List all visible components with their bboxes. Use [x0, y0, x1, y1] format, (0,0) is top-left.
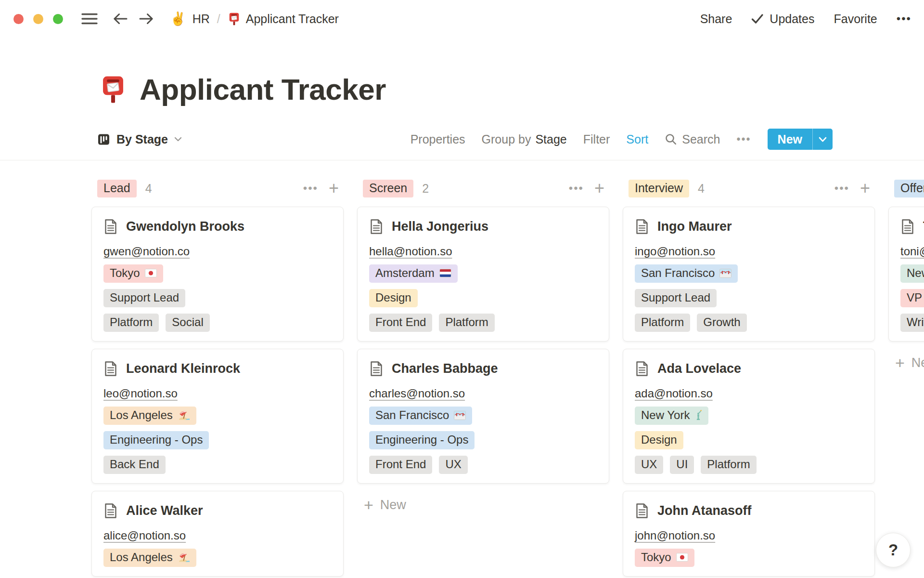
properties-button[interactable]: Properties: [411, 132, 465, 146]
tag-row: PlatformGrowth: [635, 314, 863, 332]
breadcrumb-workspace[interactable]: HR: [192, 12, 210, 26]
beach-umbrella-icon: [178, 552, 190, 563]
new-button[interactable]: New: [768, 129, 833, 150]
tag-platform: Platform: [103, 314, 159, 332]
tag-row: Tokyo: [635, 549, 863, 567]
fog-bridge-icon: [454, 411, 466, 420]
tag-row: Front EndPlatform: [369, 314, 597, 332]
card[interactable]: Ada Lovelaceada@notion.soNew YorkDesignU…: [623, 349, 875, 484]
add-card-button[interactable]: +New: [888, 355, 924, 371]
board-view-icon: [97, 133, 110, 146]
card-title-row: John Atanasoff: [635, 503, 863, 519]
group-by-value: Stage: [535, 132, 566, 146]
column-header: Lead4•••+: [91, 180, 344, 197]
topbar: ✌️ HR / Applicant Tracker Share Updates …: [0, 0, 924, 38]
japan-flag-icon: [676, 553, 688, 562]
window-minimize-button[interactable]: [33, 14, 43, 24]
tag-platform: Platform: [439, 314, 494, 332]
window-close-button[interactable]: [13, 14, 24, 24]
column-add-button[interactable]: +: [329, 180, 339, 197]
card[interactable]: Hella Jongeriushella@notion.soAmsterdamD…: [357, 207, 609, 342]
view-switcher[interactable]: By Stage: [97, 132, 182, 146]
plus-icon: +: [895, 355, 905, 371]
column-count: 4: [698, 182, 705, 196]
sidebar-menu-icon[interactable]: [81, 13, 98, 25]
card[interactable]: Leonard Kleinrockleo@notion.soLos Angele…: [91, 349, 344, 484]
tag-ux: UX: [439, 456, 467, 474]
mailbox-icon: [228, 12, 241, 26]
tag-vp: VP: [900, 289, 924, 307]
help-button[interactable]: ?: [876, 533, 911, 567]
tag-los-angeles: Los Angeles: [103, 549, 196, 567]
card-title-row: Leonard Kleinrock: [103, 361, 332, 377]
japan-flag-icon: [145, 269, 157, 277]
tag-row: Tokyo: [103, 264, 332, 283]
tag-new-york: New York: [635, 407, 708, 425]
page-icon: [900, 219, 915, 235]
column-add-button[interactable]: +: [594, 180, 604, 197]
tag-row: Writ: [900, 314, 924, 332]
page-icon: [635, 361, 649, 377]
column-more-button[interactable]: •••: [569, 182, 584, 195]
topbar-more-button[interactable]: •••: [897, 12, 911, 26]
new-dropdown-button[interactable]: [812, 129, 833, 150]
column-cards: Gwendolyn Brooksgwen@notion.coTokyoSuppo…: [91, 207, 344, 577]
tag-row: Back End: [103, 456, 332, 474]
check-icon: [751, 13, 764, 24]
column-name-tag[interactable]: Offer: [894, 180, 924, 197]
tag-row: Front EndUX: [369, 456, 597, 474]
forward-arrow-icon[interactable]: [138, 12, 154, 26]
sort-button[interactable]: Sort: [626, 132, 648, 146]
column-name-tag[interactable]: Interview: [629, 180, 689, 197]
tag-engineering-ops: Engineering - Ops: [103, 431, 209, 449]
card[interactable]: Ingo Maureringo@notion.soSan FranciscoSu…: [623, 207, 875, 342]
add-card-label: New: [911, 355, 924, 370]
tag-back-end: Back End: [103, 456, 166, 474]
share-button[interactable]: Share: [700, 12, 732, 26]
tag-row: Engineering - Ops: [103, 431, 332, 449]
tag-row: San Francisco: [369, 407, 597, 425]
tag-tokyo: Tokyo: [635, 549, 694, 567]
column-name-tag[interactable]: Lead: [97, 180, 137, 197]
card[interactable]: John Atanasoffjohn@notion.soTokyo: [623, 491, 875, 577]
tag-support-lead: Support Lead: [103, 289, 185, 307]
tag-social: Social: [166, 314, 209, 332]
column-more-button[interactable]: •••: [834, 182, 849, 195]
tag-support-lead: Support Lead: [635, 289, 717, 307]
card[interactable]: Charles Babbagecharles@notion.soSan Fran…: [357, 349, 609, 484]
add-card-button[interactable]: +New: [357, 497, 609, 513]
card-name: Leonard Kleinrock: [126, 361, 240, 376]
column-header: Screen2•••+: [357, 180, 609, 197]
card-title-row: Alice Walker: [103, 503, 332, 519]
card[interactable]: Gwendolyn Brooksgwen@notion.coTokyoSuppo…: [91, 207, 344, 342]
card-name: Hella Jongerius: [392, 219, 488, 234]
favorite-button[interactable]: Favorite: [834, 12, 877, 26]
toolbar-more-button[interactable]: •••: [736, 133, 751, 146]
column-name-tag[interactable]: Screen: [363, 180, 413, 197]
page-content: Applicant Tracker By Stage Properties Gr…: [0, 72, 924, 577]
page-title[interactable]: Applicant Tracker: [140, 72, 386, 106]
card[interactable]: Ttoni@NewVPWrit: [888, 207, 924, 342]
column-add-button[interactable]: +: [860, 180, 870, 197]
tag-amsterdam: Amsterdam: [369, 264, 458, 283]
add-card-label: New: [380, 498, 406, 512]
group-by-button[interactable]: Group by Stage: [482, 132, 567, 146]
tag-tokyo: Tokyo: [103, 264, 163, 283]
card-email: leo@notion.so: [103, 387, 178, 400]
updates-button[interactable]: Updates: [751, 12, 814, 26]
page-icon: [103, 361, 118, 377]
fog-bridge-icon: [719, 269, 732, 278]
board-column-interview: Interview4•••+Ingo Maureringo@notion.soS…: [623, 180, 875, 577]
window-zoom-button[interactable]: [53, 14, 63, 24]
filter-button[interactable]: Filter: [583, 132, 610, 146]
tag-platform: Platform: [701, 456, 756, 474]
column-more-button[interactable]: •••: [303, 182, 318, 195]
page-icon-mailbox[interactable]: [99, 75, 127, 105]
card[interactable]: Alice Walkeralice@notion.soLos Angeles: [91, 491, 344, 577]
back-arrow-icon[interactable]: [112, 12, 128, 26]
breadcrumb-page[interactable]: Applicant Tracker: [228, 12, 339, 26]
card-title-row: Gwendolyn Brooks: [103, 219, 332, 235]
tag-row: UXUIPlatform: [635, 456, 863, 474]
search-button[interactable]: Search: [665, 132, 720, 146]
tag-row: PlatformSocial: [103, 314, 332, 332]
